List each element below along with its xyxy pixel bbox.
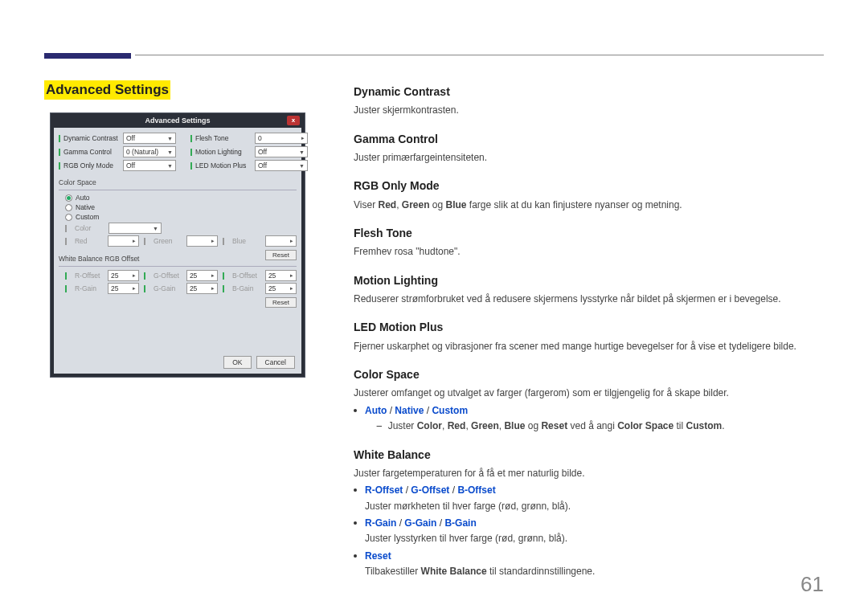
dialog-body: Dynamic Contrast Off▼ Gamma Control 0 (N… [54, 128, 301, 374]
select-cs-color[interactable]: ▼ [108, 223, 162, 234]
label-flesh-tone: Flesh Tone [195, 134, 255, 142]
row-motion-lighting: Motion Lighting Off▼ [190, 146, 308, 157]
page-number: 61 [800, 572, 824, 597]
chevron-right-icon: ▸ [301, 135, 305, 141]
row-gamma-control: Gamma Control 0 (Natural)▼ [59, 146, 176, 157]
row-cs-rgb: Red ▸ Green ▸ Blue ▸ [65, 235, 297, 247]
p-gamma-control: Juster primærfargeintensiteten. [354, 151, 820, 165]
h-motion-lighting: Motion Lighting [354, 272, 820, 288]
select-cs-blue[interactable]: ▸ [265, 235, 297, 247]
h-color-space: Color Space [354, 366, 820, 382]
select-b-gain[interactable]: 25▸ [265, 283, 297, 294]
select-rgb-only[interactable]: Off▼ [123, 160, 176, 171]
select-r-offset[interactable]: 25▸ [108, 270, 139, 281]
p-dynamic-contrast: Juster skjermkontrasten. [354, 104, 820, 117]
p-motion-lighting: Reduserer strømforbruket ved å redusere … [354, 292, 820, 306]
h-rgb-only: RGB Only Mode [354, 178, 820, 194]
p-flesh-tone: Fremhev rosa "hudtone". [354, 245, 820, 259]
header-accent-bar [44, 53, 131, 59]
p-led-motion-plus: Fjerner uskarphet og vibrasjoner fra sce… [354, 340, 820, 353]
label-motion-lighting: Motion Lighting [195, 148, 255, 156]
chevron-down-icon: ▼ [153, 226, 158, 231]
row-wb-gain: R-Gain 25▸ G-Gain 25▸ B-Gain 25▸ [65, 283, 297, 294]
row-wb-offset: R-Offset 25▸ G-Offset 25▸ B-Offset 25▸ [65, 270, 297, 281]
select-flesh-tone[interactable]: 0▸ [255, 133, 308, 144]
wb-gain-desc: Juster lysstyrken til hver farge (rød, g… [365, 532, 567, 546]
bullet-wb-gain: R-Gain / G-Gain / B-Gain Juster lysstyrk… [354, 517, 820, 546]
page-heading: Advanced Settings [44, 80, 170, 100]
bullet-wb-reset: Reset Tilbakestiller White Balance til s… [354, 550, 820, 579]
bullet-icon [354, 521, 357, 525]
select-g-gain[interactable]: 25▸ [186, 283, 218, 294]
radio-auto[interactable]: Auto [65, 194, 297, 202]
select-cs-red[interactable]: ▸ [108, 235, 139, 247]
wb-reset-desc: Tilbakestiller White Balance til standar… [365, 565, 595, 578]
chevron-down-icon: ▼ [167, 163, 173, 169]
h-white-balance: White Balance [354, 447, 820, 463]
label-rgb-only: RGB Only Mode [63, 161, 123, 170]
p-white-balance: Juster fargetemperaturen for å få et mer… [354, 467, 820, 480]
dialog-title-bar: Advanced Settings x [51, 113, 305, 128]
chevron-down-icon: ▼ [299, 163, 305, 169]
advanced-settings-dialog: Advanced Settings x Dynamic Contrast Off… [50, 112, 305, 378]
h-dynamic-contrast: Dynamic Contrast [354, 84, 820, 100]
dialog-title: Advanced Settings [145, 116, 210, 125]
select-g-offset[interactable]: 25▸ [186, 270, 218, 281]
select-cs-green[interactable]: ▸ [186, 235, 218, 247]
radio-native[interactable]: Native [65, 203, 297, 211]
chevron-down-icon: ▼ [299, 149, 305, 155]
wb-offset-desc: Juster mørkheten til hver farge (rød, gr… [365, 500, 571, 513]
label-dynamic-contrast: Dynamic Contrast [63, 134, 123, 142]
section-color-space: Color Space [59, 178, 297, 186]
label-gamma-control: Gamma Control [63, 148, 123, 156]
p-color-space: Justerer omfanget og utvalget av farger … [354, 386, 820, 400]
select-gamma-control[interactable]: 0 (Natural)▼ [123, 146, 176, 157]
row-rgb-only: RGB Only Mode Off▼ [59, 160, 176, 171]
h-led-motion-plus: LED Motion Plus [354, 319, 820, 335]
select-motion-lighting[interactable]: Off▼ [255, 146, 308, 157]
close-icon[interactable]: x [287, 116, 300, 125]
section-wb: White Balance RGB Offset [59, 255, 297, 263]
cs-subnote: ‒ Juster Color, Red, Green, Blue og Rese… [376, 419, 725, 433]
select-b-offset[interactable]: 25▸ [265, 270, 297, 281]
label-led-motion: LED Motion Plus [195, 161, 255, 170]
ok-button[interactable]: OK [223, 356, 251, 369]
header-rule [135, 55, 824, 55]
select-led-motion[interactable]: Off▼ [255, 160, 308, 171]
radio-dot-icon [65, 214, 72, 221]
p-rgb-only: Viser Red, Green og Blue farge slik at d… [354, 198, 820, 212]
radio-dot-icon [65, 194, 72, 202]
row-cs-color: Color ▼ [65, 223, 297, 234]
radio-dot-icon [65, 204, 72, 211]
row-flesh-tone: Flesh Tone 0▸ [190, 133, 308, 144]
select-dynamic-contrast[interactable]: Off▼ [123, 133, 176, 144]
cancel-button[interactable]: Cancel [256, 356, 295, 369]
bullet-icon [354, 554, 357, 558]
bullet-wb-offset: R-Offset / G-Offset / B-Offset Juster mø… [354, 484, 820, 513]
bullet-cs-options: Auto / Native / Custom ‒ Juster Color, R… [354, 404, 820, 434]
bullet-icon [354, 488, 357, 492]
reset-cs-button[interactable]: Reset [265, 250, 297, 260]
h-flesh-tone: Flesh Tone [354, 225, 820, 241]
bullet-icon [354, 409, 357, 412]
h-gamma-control: Gamma Control [354, 131, 820, 147]
radio-custom[interactable]: Custom [65, 213, 297, 221]
row-dynamic-contrast: Dynamic Contrast Off▼ [59, 133, 176, 144]
chevron-down-icon: ▼ [167, 136, 173, 141]
content-column: Dynamic Contrast Juster skjermkontrasten… [354, 80, 820, 579]
chevron-down-icon: ▼ [167, 149, 173, 155]
row-led-motion: LED Motion Plus Off▼ [190, 160, 308, 171]
reset-wb-button[interactable]: Reset [265, 297, 297, 308]
select-r-gain[interactable]: 25▸ [108, 283, 139, 294]
